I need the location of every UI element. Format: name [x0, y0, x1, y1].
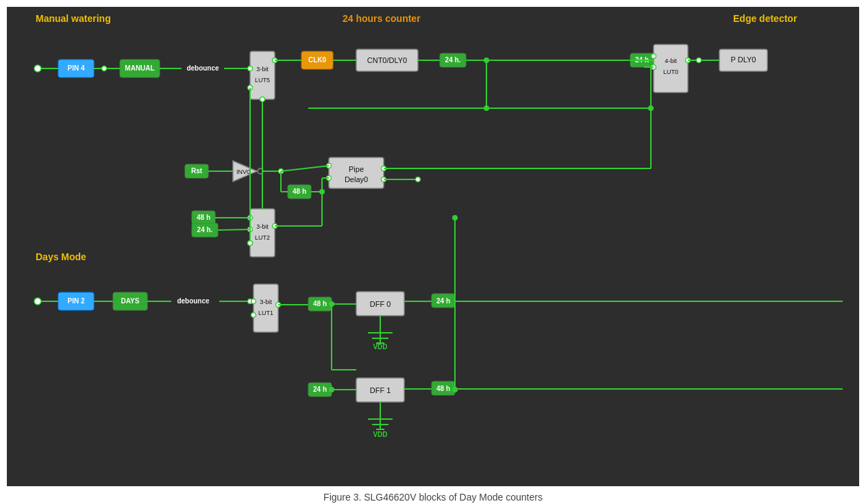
lut2-text2: LUT2	[255, 234, 270, 241]
24h-text-dff1: 24 h	[313, 386, 327, 393]
days-label: DAYS	[121, 297, 140, 305]
junction-lut2-270	[319, 189, 325, 194]
edge-detector-title: Edge detector	[733, 13, 797, 24]
diagram-svg: Manual watering 24 hours counter Edge de…	[7, 7, 859, 486]
48h-text-lut2-1: 48 h	[197, 214, 210, 221]
manual-watering-title: Manual watering	[36, 13, 111, 24]
rst-text: Rst	[191, 167, 203, 175]
24h-text-lut2: 24 h.	[197, 226, 213, 234]
port-lut1-in3	[251, 313, 256, 318]
wire-inv0-pipe-in1	[281, 166, 329, 171]
input-port-manual	[34, 65, 41, 72]
pipedelay0-text1: Pipe	[349, 165, 364, 173]
lut1-block	[253, 284, 278, 332]
lut1-text2: LUT1	[258, 310, 273, 316]
port-lut2-in3b	[248, 241, 253, 246]
debounce2-label: debounce	[177, 297, 210, 305]
manual-label: MANUAL	[125, 64, 154, 72]
port-lut5-bot	[260, 97, 265, 102]
junction-24h-lut2	[452, 215, 458, 220]
pin2-label: PIN 2	[67, 297, 84, 305]
vdd2-label: VDD	[373, 431, 387, 438]
24h-text-dff0: 24 h	[436, 297, 450, 305]
hours-counter-title: 24 hours counter	[343, 13, 421, 24]
junction-24h-dff1-r	[452, 387, 458, 392]
port-4bitlut-in1	[652, 54, 656, 59]
days-mode-title: Days Mode	[36, 251, 86, 262]
lut5-text1: 3-bit	[256, 66, 269, 73]
48h-text-dff0: 48 h	[313, 300, 327, 307]
caption-text: Figure 3. SLG46620V blocks of Day Mode c…	[323, 492, 543, 503]
pipedelay0-text2: Delay0	[345, 175, 368, 184]
junction-pipe-row148	[648, 105, 654, 111]
48h-text1: 48 h	[293, 188, 306, 195]
input-port-days	[34, 298, 41, 305]
port-pin4-manual	[102, 66, 107, 71]
inv0-label: INV0	[236, 168, 250, 175]
port-4bitlut-pdly	[697, 58, 702, 63]
dff0-label: DFF 0	[370, 300, 391, 308]
junction-24h-dff1	[329, 387, 334, 392]
vdd1-label: VDD	[373, 343, 387, 351]
pin4-label: PIN 4	[67, 64, 84, 72]
port-lut5-in	[248, 66, 253, 71]
4bitlut0-text2: LUT0	[663, 68, 678, 75]
debounce1-label: debounce	[186, 64, 219, 72]
24h-text1: 24 h.	[445, 56, 461, 64]
lut1-text1: 3-bit	[260, 299, 272, 305]
dff1-label: DFF 1	[370, 386, 391, 394]
figure-caption: Figure 3. SLG46620V blocks of Day Mode c…	[7, 486, 859, 504]
lut2-block	[250, 209, 275, 257]
lut5-text2: LUT5	[255, 77, 270, 84]
clk0-label: CLK0	[308, 56, 327, 64]
outer-container: Manual watering 24 hours counter Edge de…	[0, 0, 866, 504]
junction-row148	[484, 105, 489, 111]
cnt0-label: CNT0/DLY0	[367, 56, 407, 64]
port-pipe-out2b	[416, 177, 421, 182]
port-lut1-in2	[251, 299, 256, 304]
48h-text-dff1: 48 h	[436, 385, 450, 392]
pdly0-label: P DLY0	[731, 55, 756, 64]
lut5-block	[250, 51, 275, 99]
wire-24h-lut2	[218, 229, 250, 230]
diagram-container: Manual watering 24 hours counter Edge de…	[7, 7, 859, 486]
lut2-text1: 3-bit	[256, 223, 269, 230]
4bitlut0-text1: 4-bit	[665, 58, 677, 64]
